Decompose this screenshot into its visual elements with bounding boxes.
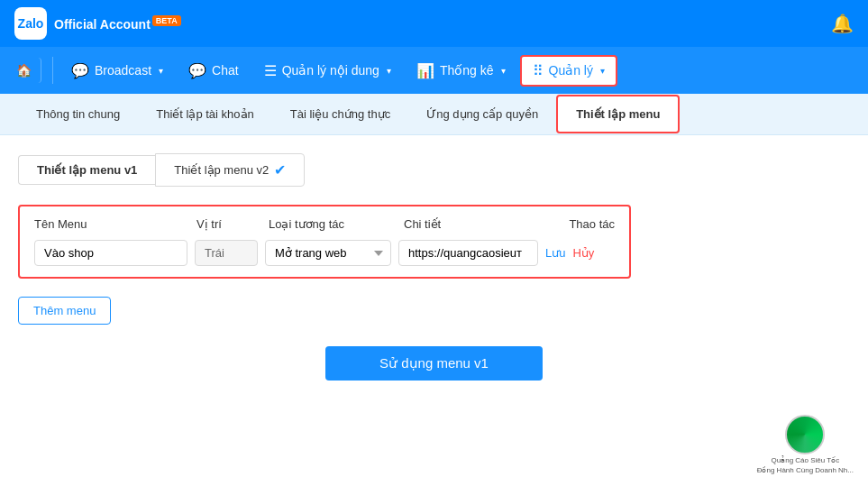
tab-menu-v1[interactable]: Thiết lập menu v1 [18,155,155,185]
header-loai: Loại tương tác [269,217,404,231]
sub-nav-thong-tin-chung[interactable]: Thông tin chung [18,96,138,132]
chat-label: Chat [212,63,239,78]
nav-thong-ke[interactable]: 📊 Thống kê ▾ [406,57,516,85]
beta-badge: BETA [152,15,181,26]
select-loai-tuong-tac[interactable]: Mở trang web Gửi tin nhắn Gọi điện [265,240,391,266]
input-chi-tiet[interactable] [398,240,538,266]
stats-dropdown-arrow: ▾ [501,66,506,76]
header-chi-tiet: Chi tiết [404,217,548,231]
content-dropdown-arrow: ▾ [387,66,391,76]
nav-divider-1 [52,57,53,84]
nav-broadcast[interactable]: 💬 Broadcast ▾ [60,57,174,85]
tabs-row: Thiết lập menu v1 Thiết lập menu v2 ✔ [18,153,850,187]
input-ten-menu[interactable] [34,240,187,266]
menu-table-header: Tên Menu Vị trí Loại tương tác Chi tiết … [34,217,615,231]
use-menu-btn-wrapper: Sử dụng menu v1 [18,346,850,381]
top-header: Zalo Official AccountBETA 🔔 [0,0,868,47]
zalo-logo: Zalo [14,7,47,40]
footer-logo-text: Quảng Cáo Siêu Tốc Đồng Hành Cùng Doanh … [757,456,854,475]
footer-logo: Quảng Cáo Siêu Tốc Đồng Hành Cùng Doanh … [757,415,854,475]
quan-ly-label: Quản lý [549,63,593,78]
header-vi-tri: Vị trí [196,217,269,231]
them-menu-button[interactable]: Thêm menu [18,297,111,325]
sub-nav-thiet-lap-tai-khoan[interactable]: Thiết lập tài khoản [138,96,272,132]
brand-area: Zalo Official AccountBETA [14,7,181,40]
stats-icon: 📊 [416,62,434,79]
menu-table-row: Mở trang web Gửi tin nhắn Gọi điện Lưu H… [34,240,615,266]
sub-nav-thiet-lap-menu[interactable]: Thiết lập menu [556,95,680,133]
header-ten-menu: Tên Menu [34,217,196,231]
broadcast-icon: 💬 [71,62,89,79]
notification-bell[interactable]: 🔔 [831,13,854,34]
tab-v2-check: ✔ [274,161,286,179]
save-link[interactable]: Lưu [545,246,565,260]
nav-quan-ly[interactable]: ⠿ Quản lý ▾ [520,55,617,87]
sub-nav: Thông tin chung Thiết lập tài khoản Tài … [0,94,868,135]
sub-nav-tai-lieu-chung-thuc[interactable]: Tài liệu chứng thực [272,96,408,132]
tab-menu-v2[interactable]: Thiết lập menu v2 ✔ [155,153,305,187]
use-menu-button[interactable]: Sử dụng menu v1 [325,346,543,381]
home-icon: 🏠 [16,63,32,78]
quan-ly-noi-dung-label: Quản lý nội dung [282,63,379,78]
menu-table-wrapper: Tên Menu Vị trí Loại tương tác Chi tiết … [18,205,631,279]
chat-icon: 💬 [188,62,206,79]
nav-quan-ly-noi-dung[interactable]: ☰ Quản lý nội dung ▾ [253,57,402,85]
content-icon: ☰ [264,62,277,79]
broadcast-label: Broadcast [95,63,151,78]
thong-ke-label: Thống kê [440,63,494,78]
input-vi-tri[interactable] [195,240,258,266]
sub-nav-ung-dung-cap-quyen[interactable]: Ứng dụng cấp quyền [408,96,556,132]
broadcast-dropdown-arrow: ▾ [159,66,163,76]
nav-chat[interactable]: 💬 Chat [178,57,250,85]
official-account-label: Official AccountBETA [54,16,181,32]
manage-icon: ⠿ [533,62,544,79]
footer-logo-circle [785,415,825,454]
main-content: Thiết lập menu v1 Thiết lập menu v2 ✔ Tê… [0,135,868,486]
action-links: Lưu Hủy [545,246,594,260]
manage-dropdown-arrow: ▾ [600,66,605,76]
header-thao-tac: Thao tác [548,217,615,231]
cancel-link[interactable]: Hủy [572,246,594,260]
nav-bar: 🏠 💬 Broadcast ▾ 💬 Chat ☰ Quản lý nội dun… [0,47,868,94]
nav-home[interactable]: 🏠 [7,58,41,83]
